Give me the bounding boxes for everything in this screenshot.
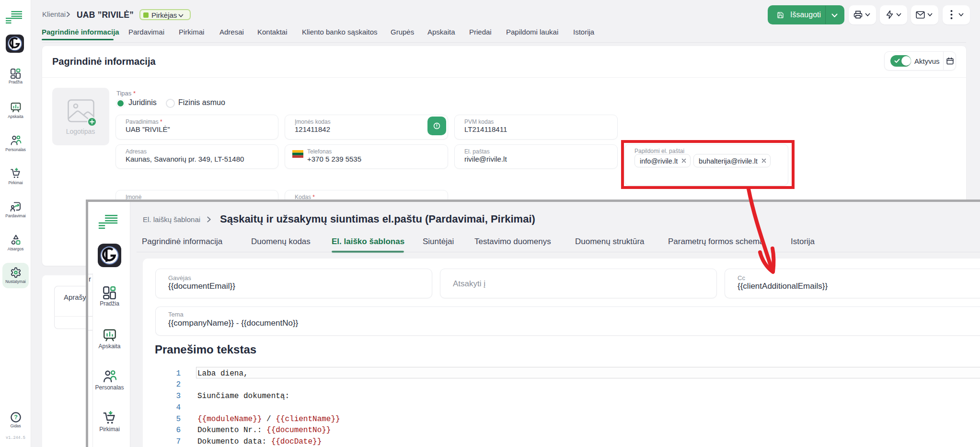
svg-text:?: ?	[14, 414, 18, 421]
